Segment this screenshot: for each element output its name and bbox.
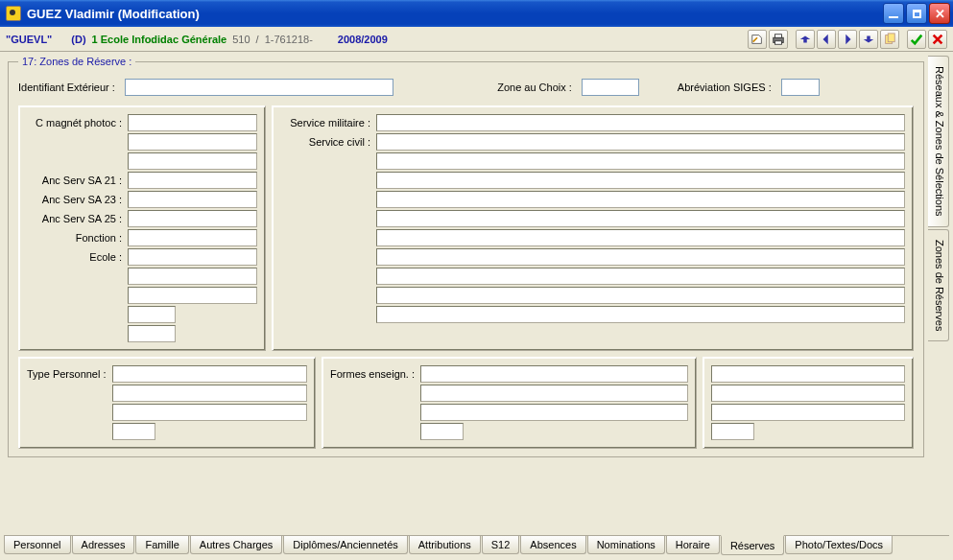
left-panel: C magnét photoc : Anc Serv SA 21 : Anc S… <box>18 105 266 351</box>
formes-enseign-2[interactable] <box>420 385 688 402</box>
tab-horaire[interactable]: Horaire <box>666 536 720 554</box>
extra-panel <box>703 357 914 449</box>
anc23-label: Anc Serv SA 23 : <box>27 194 128 205</box>
tab-adresses[interactable]: Adresses <box>72 536 135 554</box>
extra-3[interactable] <box>711 404 905 421</box>
fieldset-legend: 17: Zones de Réserve : <box>18 56 135 67</box>
right-row-10[interactable] <box>376 287 905 304</box>
svg-rect-1 <box>775 34 782 37</box>
formes-enseign-1[interactable] <box>420 365 688 383</box>
fonction-label: Fonction : <box>27 232 128 244</box>
c-magnet-input-3[interactable] <box>128 152 257 170</box>
tab-personnel[interactable]: Personnel <box>4 536 71 554</box>
anc21-input[interactable] <box>128 172 257 189</box>
tab-s12[interactable]: S12 <box>482 536 520 554</box>
zone-choix-label: Zone au Choix : <box>497 82 572 93</box>
extra-2[interactable] <box>711 385 905 402</box>
identifiant-exterieur-input[interactable] <box>125 79 393 96</box>
type-personnel-label: Type Personnel : <box>27 368 107 380</box>
confirm-icon[interactable] <box>907 30 926 49</box>
anc25-input[interactable] <box>128 210 257 227</box>
left-extra-1[interactable] <box>128 268 257 285</box>
formes-enseign-4[interactable] <box>420 423 464 440</box>
person-code: "GUEVL" <box>6 34 52 45</box>
tab-famille[interactable]: Famille <box>135 536 188 554</box>
tab-absences[interactable]: Absences <box>520 536 585 554</box>
right-panel: Service militaire : Service civil : <box>272 105 914 351</box>
formes-enseign-panel: Formes enseign. : <box>322 357 697 449</box>
flag: (D) <box>71 34 85 45</box>
type-personnel-1[interactable] <box>112 365 307 383</box>
right-row-4[interactable] <box>376 172 905 189</box>
id-1: 510 <box>232 34 250 45</box>
c-magnet-input-1[interactable] <box>128 114 257 131</box>
tab-nominations[interactable]: Nominations <box>587 536 665 554</box>
abbrev-siges-input[interactable] <box>781 79 820 96</box>
service-civil-label: Service civil : <box>280 136 376 148</box>
side-tab-reseaux[interactable]: Réseaux & Zones de Sélections <box>928 56 949 227</box>
anc23-input[interactable] <box>128 191 257 208</box>
tab-diplomes[interactable]: Diplômes/Anciennetés <box>283 536 407 554</box>
side-tabs: Réseaux & Zones de Sélections Zones de R… <box>928 56 949 531</box>
type-personnel-3[interactable] <box>112 404 307 421</box>
arrow-prev-icon[interactable] <box>817 30 836 49</box>
svg-rect-4 <box>888 33 894 41</box>
left-extra-3[interactable] <box>128 306 176 323</box>
extra-4[interactable] <box>711 423 754 440</box>
zone-choix-input[interactable] <box>582 79 639 96</box>
anc21-label: Anc Serv SA 21 : <box>27 175 128 186</box>
c-magnet-label: C magnét photoc : <box>27 117 128 128</box>
service-militaire-label: Service militaire : <box>280 117 376 128</box>
svg-rect-2 <box>775 40 782 44</box>
ecole-label: Ecole : <box>27 251 128 263</box>
maximize-button[interactable] <box>906 3 927 24</box>
right-row-6[interactable] <box>376 210 905 227</box>
service-militaire-input[interactable] <box>376 114 905 131</box>
anc25-label: Anc Serv SA 25 : <box>27 213 128 224</box>
ecole-input[interactable] <box>128 248 257 266</box>
left-extra-4[interactable] <box>128 325 176 342</box>
window-title: GUEZ Vladimir (Modification) <box>27 7 883 21</box>
school-name: 1 Ecole Infodidac Générale <box>92 34 227 45</box>
extra-1[interactable] <box>711 365 905 383</box>
type-personnel-4[interactable] <box>112 423 155 440</box>
right-row-11[interactable] <box>376 306 905 323</box>
right-row-3[interactable] <box>376 152 905 170</box>
arrow-next-icon[interactable] <box>838 30 857 49</box>
zones-reserve-fieldset: 17: Zones de Réserve : Identifiant Extér… <box>8 56 924 457</box>
side-tab-zones-reserves[interactable]: Zones de Réserves <box>928 229 949 341</box>
right-row-9[interactable] <box>376 268 905 285</box>
left-extra-2[interactable] <box>128 287 257 304</box>
info-toolbar: "GUEVL" (D) 1 Ecole Infodidac Générale 5… <box>0 27 953 52</box>
service-civil-input[interactable] <box>376 133 905 151</box>
formes-enseign-3[interactable] <box>420 404 688 421</box>
top-row: Identifiant Extérieur : Zone au Choix : … <box>18 79 914 96</box>
c-magnet-input-2[interactable] <box>128 133 257 151</box>
id-2: 1-761218- <box>265 34 313 45</box>
school-year: 2008/2009 <box>338 34 388 45</box>
minimize-button[interactable] <box>883 3 904 24</box>
tab-photo-textes-docs[interactable]: Photo/Textes/Docs <box>785 536 893 554</box>
print-preview-icon[interactable] <box>748 30 767 49</box>
type-personnel-panel: Type Personnel : <box>18 357 316 449</box>
toolbar-icons <box>748 30 947 49</box>
title-bar: GUEZ Vladimir (Modification) ✕ <box>0 0 953 27</box>
right-row-7[interactable] <box>376 229 905 246</box>
arrow-last-icon[interactable] <box>859 30 878 49</box>
window-controls: ✕ <box>883 3 950 24</box>
arrow-first-icon[interactable] <box>796 30 815 49</box>
copy-icon[interactable] <box>880 30 899 49</box>
print-icon[interactable] <box>769 30 788 49</box>
id-sep: / <box>256 34 259 45</box>
fonction-input[interactable] <box>128 229 257 246</box>
cancel-icon[interactable] <box>928 30 947 49</box>
formes-enseign-label: Formes enseign. : <box>330 368 415 380</box>
bottom-tabs: Personnel Adresses Famille Autres Charge… <box>4 535 949 556</box>
tab-autres-charges[interactable]: Autres Charges <box>190 536 282 554</box>
close-button[interactable]: ✕ <box>929 3 950 24</box>
tab-attributions[interactable]: Attributions <box>409 536 481 554</box>
right-row-5[interactable] <box>376 191 905 208</box>
type-personnel-2[interactable] <box>112 385 307 402</box>
tab-reserves[interactable]: Réserves <box>721 535 784 555</box>
right-row-8[interactable] <box>376 248 905 266</box>
